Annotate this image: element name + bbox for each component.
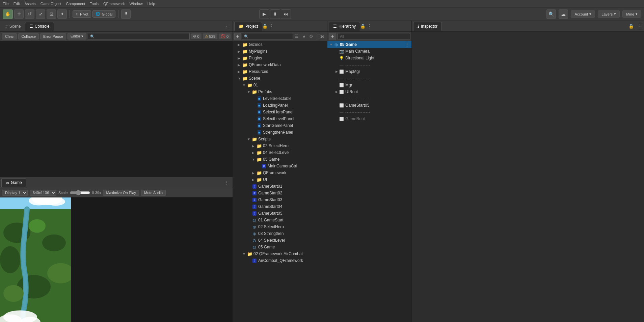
hierarchy-item-05game[interactable]: ▼◎05 Game⋮ xyxy=(327,41,411,48)
project-tree-item-02qframework[interactable]: ▼📁02 QFramework.AirCombat xyxy=(233,250,327,257)
project-tree-item-gamestart03[interactable]: #GameStart03 xyxy=(233,196,327,203)
project-tree-item-05game[interactable]: ▼📁05 Game xyxy=(233,156,327,163)
project-settings-button[interactable]: ⚙ xyxy=(308,33,314,40)
project-tree-item-gamestart04[interactable]: #GameStart04 xyxy=(233,203,327,210)
layers-button[interactable]: Layers ▾ xyxy=(598,10,620,18)
tab-console[interactable]: ☰ Console xyxy=(25,22,54,31)
project-tree-item-01gamestart[interactable]: ◎01 GameStart xyxy=(233,217,327,223)
hierarchy-lock-icon[interactable]: 🔒 xyxy=(360,24,366,29)
global-button[interactable]: 🌐 Global xyxy=(92,10,115,18)
project-search-input[interactable] xyxy=(242,33,293,40)
project-tree-item-02selecthero[interactable]: ▶📁02 SelectHero xyxy=(233,142,327,149)
tab-scene[interactable]: # Scene xyxy=(1,22,25,31)
clear-button[interactable]: Clear xyxy=(2,33,17,39)
tab-inspector[interactable]: ℹ Inspector xyxy=(413,22,442,31)
transform-tool-button[interactable]: ✦ xyxy=(57,9,67,19)
hierarchy-more-icon[interactable]: ⋮ xyxy=(367,23,372,29)
hierarchy-root-more-icon[interactable]: ⋮ xyxy=(403,42,411,47)
project-tree-item-aircombat[interactable]: #AirCombat_QFramework xyxy=(233,257,327,264)
project-tree-item-strengthenpanel[interactable]: ■StrengthenPanel xyxy=(233,129,327,136)
project-tree-item-qframework[interactable]: ▶📁QFramework xyxy=(233,169,327,176)
hierarchy-item-gameroot[interactable]: ⬜GameRoot xyxy=(327,115,411,122)
menu-assets[interactable]: Assets xyxy=(25,2,36,6)
project-tree-item-02selecthero-scene[interactable]: ◎02 SelectHero xyxy=(233,223,327,230)
hierarchy-search-input[interactable] xyxy=(338,33,410,40)
hierarchy-item-directionallight[interactable]: 💡Directional Light xyxy=(327,55,411,61)
step-button[interactable]: ⏭ xyxy=(281,9,291,19)
tab-hierarchy[interactable]: ☰ Hierarchy xyxy=(329,22,360,31)
search-button[interactable]: 🔍 xyxy=(546,9,556,19)
project-tree-item-04selectlevel-scene[interactable]: ◎04 SelectLevel xyxy=(233,237,327,244)
project-tree-item-scene[interactable]: ▼📁Scene xyxy=(233,75,327,82)
editor-button[interactable]: Editor ▾ xyxy=(68,33,86,39)
tab-project[interactable]: 📁 Project xyxy=(234,22,262,31)
inspector-more-icon[interactable]: ⋮ xyxy=(637,23,643,29)
tab-more-button[interactable]: ⋮ xyxy=(222,24,231,29)
play-button[interactable]: ▶ xyxy=(259,9,269,19)
project-favorite-button[interactable]: ★ xyxy=(301,33,307,40)
hierarchy-item-sep1[interactable]: —---------------- xyxy=(327,61,411,68)
mine-button[interactable]: Mine ▾ xyxy=(622,10,641,18)
dots-tool-button[interactable]: ⠿ xyxy=(121,9,131,19)
pivot-button[interactable]: ⊕ Pivot xyxy=(73,10,91,18)
display-select[interactable]: Display 1 xyxy=(2,190,28,196)
project-tree-item-03strengthen[interactable]: ◎03 Strengthen xyxy=(233,230,327,237)
mute-audio-button[interactable]: Mute Audio xyxy=(141,190,166,196)
resolution-select[interactable]: 640x1136 xyxy=(30,190,56,196)
project-tree-item-maincameractrl[interactable]: #MainCameraCtrl xyxy=(233,163,327,169)
project-tree-item-selectlevelpanel[interactable]: ■SelectLevelPanel xyxy=(233,115,327,122)
menu-file[interactable]: File xyxy=(3,2,9,6)
rect-tool-button[interactable]: ⊡ xyxy=(47,9,56,19)
project-lock-icon[interactable]: 🔒 xyxy=(262,24,268,29)
menu-gameobject[interactable]: GameObject xyxy=(41,2,61,6)
account-button[interactable]: Account ▾ xyxy=(571,10,595,18)
hierarchy-item-gamestart05[interactable]: ⬜GameStart05 xyxy=(327,102,411,109)
project-tree-item-scripts[interactable]: ▼📁Scripts xyxy=(233,136,327,142)
console-search-input[interactable] xyxy=(88,33,190,40)
project-tree-item-05game-scene[interactable]: ◎05 Game xyxy=(233,244,327,250)
hierarchy-item-sep2[interactable]: —---------------- xyxy=(327,75,411,82)
tab-game[interactable]: ∞ Game xyxy=(1,178,26,187)
menu-window[interactable]: Window xyxy=(130,2,143,6)
hand-tool-button[interactable]: ✋ xyxy=(3,9,13,19)
rotate-tool-button[interactable]: ↺ xyxy=(25,9,34,19)
pause-button[interactable]: ⏸ xyxy=(270,9,280,19)
hierarchy-item-sep3[interactable]: —---------------- xyxy=(327,95,411,102)
hierarchy-add-button[interactable]: + xyxy=(329,33,336,40)
menu-help[interactable]: Help xyxy=(147,2,155,6)
project-tree-item-resources[interactable]: ▶📁Resources xyxy=(233,68,327,75)
project-tree-item-04selectlevel[interactable]: ▶📁04 SelectLevel xyxy=(233,149,327,156)
hierarchy-item-maincamera[interactable]: 📷Main Camera xyxy=(327,48,411,55)
project-tree-item-gamestart01[interactable]: #GameStart01 xyxy=(233,183,327,190)
hierarchy-item-mapmgr[interactable]: ▶⬜MapMgr xyxy=(327,68,411,75)
project-more-icon[interactable]: ⋮ xyxy=(269,23,274,29)
maximize-on-play-button[interactable]: Maximize On Play xyxy=(103,190,139,196)
project-tree-item-ui[interactable]: ▶📁UI xyxy=(233,176,327,183)
scale-tool-button[interactable]: ⤢ xyxy=(36,9,45,19)
project-tree-item-startgamepanel[interactable]: ■StartGamePanel xyxy=(233,122,327,129)
game-tab-more-button[interactable]: ⋮ xyxy=(222,180,231,185)
collapse-button[interactable]: Collapse xyxy=(18,33,39,39)
move-tool-button[interactable]: ✛ xyxy=(14,9,24,19)
scale-slider[interactable] xyxy=(70,190,90,195)
project-tree-item-loadingpanel[interactable]: ■LoadingPanel xyxy=(233,102,327,109)
menu-qframework[interactable]: QFramework xyxy=(103,2,125,6)
inspector-lock-icon[interactable]: 🔒 xyxy=(626,24,636,29)
project-list-view-button[interactable]: ☰ xyxy=(294,33,300,40)
hierarchy-item-uiroot[interactable]: ▶⬜UIRoot xyxy=(327,88,411,95)
project-tree-item-qframeworkdata[interactable]: ▶📁QFrameworkData xyxy=(233,61,327,68)
menu-edit[interactable]: Edit xyxy=(14,2,20,6)
menu-tools[interactable]: Tools xyxy=(90,2,99,6)
project-add-button[interactable]: + xyxy=(234,33,241,40)
project-tree-item-prefabs[interactable]: ▼📁Prefabs xyxy=(233,88,327,95)
cloud-button[interactable]: ☁ xyxy=(559,9,568,19)
project-tree-item-plugins[interactable]: ▶📁Plugins xyxy=(233,55,327,61)
project-tree-item-gizmos[interactable]: ▶📁Gizmos xyxy=(233,41,327,48)
menu-component[interactable]: Component xyxy=(66,2,85,6)
hierarchy-item-sep4[interactable]: —---------------- xyxy=(327,109,411,115)
error-pause-button[interactable]: Error Pause xyxy=(40,33,66,39)
project-tree-item-01[interactable]: ▼📁01 xyxy=(233,82,327,88)
project-tree-item-gamestart05[interactable]: #GameStart05 xyxy=(233,210,327,217)
hierarchy-item-mgr[interactable]: ⬜Mgr xyxy=(327,82,411,88)
project-tree-item-myplugins[interactable]: ▶📁MyPlugins xyxy=(233,48,327,55)
